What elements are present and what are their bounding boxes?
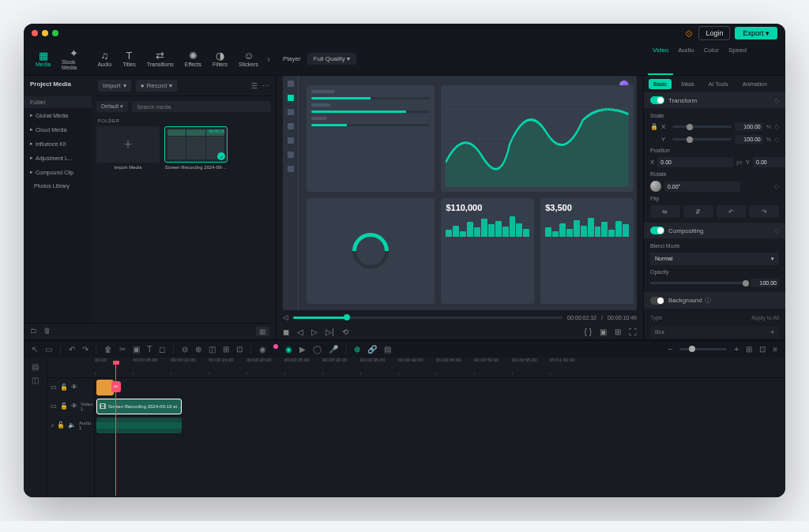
tab-media[interactable]: ▦Media [30, 47, 56, 70]
opacity-input[interactable] [751, 279, 779, 287]
flip-v-button[interactable]: ⇵ [683, 205, 713, 218]
preview-canvas[interactable]: $110,000 $3,500 [283, 76, 637, 310]
sort-select[interactable]: Default ▾ [96, 101, 128, 112]
rotate-knob[interactable] [650, 181, 661, 192]
track-row[interactable]: 🎞 Screen Recording 2024-09-19 at ... [95, 397, 785, 416]
tool-g-icon[interactable]: ◉ [285, 345, 292, 354]
track-row[interactable] [95, 378, 785, 397]
marker-icon[interactable]: ◻ [159, 345, 165, 354]
subtab-anim[interactable]: Animation [738, 79, 772, 89]
sidebar-compound[interactable]: ▸ Compound Clip [24, 165, 92, 179]
tool-h-icon[interactable]: ▶ [299, 345, 306, 354]
transform-head[interactable]: Transform ◇ [644, 92, 785, 108]
filter-icon[interactable]: ☰ [251, 82, 258, 90]
close-window-icon[interactable] [32, 30, 38, 36]
track-empty[interactable]: ▭🔓👁 [47, 378, 94, 397]
tool-c-icon[interactable]: ◫ [209, 345, 216, 354]
keyframe-diamond-icon[interactable]: ◇ [774, 97, 779, 104]
scrub-start-icon[interactable]: ◁ [283, 313, 288, 321]
record-button[interactable]: ● Record ▾ [136, 80, 178, 92]
select-icon[interactable]: ▭ [45, 345, 52, 354]
lock-icon[interactable]: 🔓 [60, 384, 68, 391]
more-icon[interactable]: ⋯ [262, 82, 269, 90]
cut-icon[interactable]: ✂ [119, 345, 126, 354]
keyframe-diamond-icon[interactable]: ◇ [774, 183, 779, 190]
pnav-icon[interactable] [288, 152, 294, 158]
search-input[interactable] [132, 101, 271, 112]
cart-icon[interactable]: ⛒ [686, 29, 694, 38]
compositing-head[interactable]: Compositing ◇ [644, 223, 785, 238]
lock-icon[interactable]: 🔓 [60, 403, 68, 410]
tool-d-icon[interactable]: ⊞ [223, 345, 229, 354]
import-button[interactable]: Import ▾ [98, 80, 131, 92]
tool-i-icon[interactable]: ◯ [313, 345, 322, 354]
quality-select[interactable]: Full Quality ▾ [307, 53, 356, 65]
scale-y-input[interactable] [735, 135, 763, 144]
track-audio[interactable]: ♪🔓🔈Audio 1 [47, 416, 94, 435]
bg-type-select[interactable]: Blur▾ [650, 326, 779, 339]
rtab-speed[interactable]: Speed [724, 43, 751, 75]
pnav-icon-active[interactable] [288, 95, 294, 101]
tab-audio[interactable]: ♫Audio [92, 47, 117, 70]
zoom-in-icon[interactable]: + [734, 345, 739, 354]
text-icon[interactable]: T [147, 345, 152, 354]
clip-thumb[interactable]: 00:00:10 ✓ Screen Recording 2024-09-... [164, 126, 228, 170]
zoom-slider[interactable] [679, 348, 727, 350]
crop-icon[interactable]: ▣ [600, 328, 607, 336]
tool-e-icon[interactable]: ⊡ [236, 345, 243, 354]
snapshot-icon[interactable]: { } [585, 328, 592, 336]
subtab-ai[interactable]: AI Tools [704, 79, 733, 89]
prev-icon[interactable]: ◁ [297, 328, 303, 336]
redo-icon[interactable]: ↷ [82, 345, 88, 354]
tool-k-icon[interactable]: ⊡ [759, 345, 766, 354]
apply-all-button[interactable]: Apply to All [751, 315, 779, 320]
pnav-icon[interactable] [288, 81, 294, 87]
rtab-video[interactable]: Video [648, 43, 673, 75]
flip-h-button[interactable]: ⇋ [650, 205, 680, 218]
keyframe-diamond-icon[interactable]: ◇ [774, 227, 779, 234]
undo-icon[interactable]: ↶ [69, 345, 75, 354]
mic-icon[interactable]: 🎤 [329, 345, 338, 354]
sidebar-photos[interactable]: Photos Library [24, 179, 92, 193]
maximize-window-icon[interactable] [52, 30, 58, 36]
pnav-icon[interactable] [288, 109, 294, 115]
pnav-icon[interactable] [288, 166, 294, 172]
layers-icon[interactable]: ▤ [32, 362, 39, 371]
pnav-icon[interactable] [288, 123, 294, 129]
minimize-window-icon[interactable] [42, 30, 48, 36]
mute-icon[interactable]: 🔈 [68, 421, 76, 429]
tab-stock-media[interactable]: ✦Stock Media [56, 45, 92, 73]
keyframe-diamond-icon[interactable]: ◇ [774, 123, 779, 130]
sidebar-cloud-media[interactable]: ▸ Cloud Media [24, 122, 92, 137]
pnav-icon[interactable] [288, 137, 294, 144]
rtab-audio[interactable]: Audio [673, 43, 698, 75]
background-toggle[interactable] [650, 297, 664, 305]
subtab-mask[interactable]: Mask [676, 79, 699, 89]
fullscreen-icon[interactable]: ⛶ [629, 328, 637, 336]
blend-mode-select[interactable]: Normal▾ [650, 253, 779, 265]
timeline-ruler[interactable]: 00:00 00:00:05:00 00:00:10:00 00:00:15:0… [47, 358, 785, 378]
tool-f-icon[interactable]: ◉ [259, 345, 266, 354]
folder-icon[interactable]: 🗀 [30, 327, 37, 336]
play-icon[interactable]: ▷ [311, 328, 318, 336]
crop-tool-icon[interactable]: ▣ [133, 345, 140, 354]
magnet-icon[interactable]: ⊛ [354, 345, 360, 354]
login-button[interactable]: Login [698, 26, 730, 40]
tool-a-icon[interactable]: ⊖ [182, 345, 188, 354]
opacity-slider[interactable] [650, 282, 747, 284]
view-mode-icon[interactable]: ▦ [256, 327, 269, 336]
video-clip[interactable]: 🎞 Screen Recording 2024-09-19 at ... [96, 399, 182, 414]
tab-transitions[interactable]: ⇄Transitions [141, 47, 179, 70]
folder-subhead[interactable]: Folder [24, 96, 92, 108]
tool-j-icon[interactable]: ▤ [384, 345, 391, 354]
playhead[interactable]: ✂ [115, 361, 116, 496]
zoom-out-icon[interactable]: − [668, 345, 672, 354]
eye-icon[interactable]: 👁 [71, 403, 77, 410]
playhead-handle[interactable]: ✂ [111, 381, 121, 392]
audio-clip[interactable] [96, 418, 182, 433]
keyframe-diamond-icon[interactable]: ◇ [774, 136, 779, 143]
tool-b-icon[interactable]: ⊕ [195, 345, 201, 354]
info-icon[interactable]: ⓘ [705, 296, 711, 305]
scrub-track[interactable] [293, 317, 563, 319]
scale-x-slider[interactable] [672, 126, 732, 128]
